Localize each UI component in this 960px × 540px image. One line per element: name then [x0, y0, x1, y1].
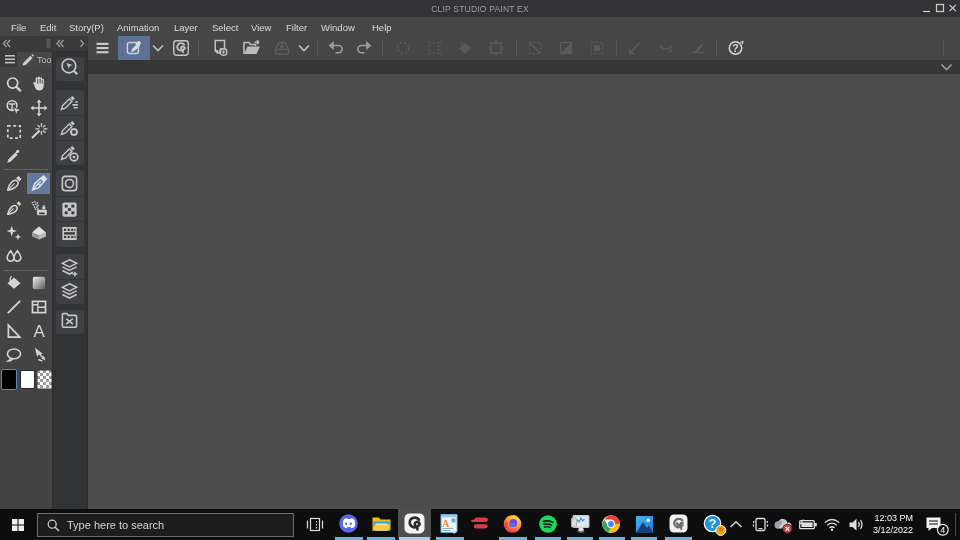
- svg-text:?: ?: [709, 517, 717, 531]
- svg-text:4: 4: [940, 525, 945, 535]
- svg-text:A: A: [442, 518, 450, 529]
- svg-text:A: A: [33, 322, 45, 340]
- svg-text:?: ?: [732, 42, 738, 54]
